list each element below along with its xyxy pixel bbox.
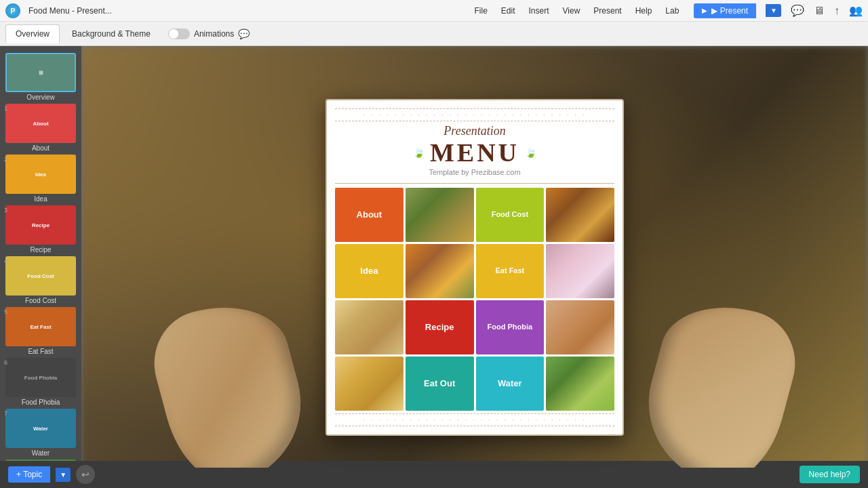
menu-divider <box>335 183 614 184</box>
slide-num-3: 3 <box>4 207 7 214</box>
bottombar: + Topic ▼ ↩ Need help? <box>0 461 868 488</box>
slide-num-1: 1 <box>4 105 7 112</box>
grid-recipe-label: Recipe <box>425 322 454 333</box>
grid-recipe[interactable]: Recipe <box>406 300 474 354</box>
grid-idea-label: Idea <box>360 266 378 277</box>
template-credit: Template by Prezibase.com <box>335 168 614 176</box>
thumb-preview-about: About <box>5 104 76 143</box>
toggle-knob <box>169 29 178 39</box>
secondary-toolbar: Overview Background & Theme Animations 💬 <box>0 22 868 46</box>
titlebar: P Food Menu - Present... File Edit Inser… <box>0 0 868 22</box>
canvas-area: · · · · · · · · · · · · · · · · · · · · … <box>81 46 868 488</box>
slide-thumb-2[interactable]: 2 Idea Idea <box>5 155 76 203</box>
tab-overview[interactable]: Overview <box>5 24 60 43</box>
menu-present[interactable]: Present <box>587 3 628 18</box>
present-screen-icon[interactable]: 🖥 <box>814 5 825 17</box>
app-title: Food Menu - Present... <box>28 6 459 16</box>
grid-foodphobia[interactable]: Food Phobia <box>476 300 545 354</box>
grid-photo-veggies <box>406 244 474 298</box>
animations-toggle-group: Animations 💬 <box>168 28 250 39</box>
grid-about[interactable]: About <box>335 188 403 242</box>
slide-panel: ⊞ Overview 1 About About 2 Idea Idea 3 R… <box>0 46 81 488</box>
menu-help[interactable]: Help <box>629 3 659 18</box>
users-icon[interactable]: 👥 <box>849 4 863 17</box>
animations-toggle[interactable] <box>168 28 190 39</box>
grid-photo-burger <box>546 188 614 242</box>
grid-idea[interactable]: Idea <box>335 244 403 298</box>
animations-comment-icon: 💬 <box>238 28 250 39</box>
menu-insert[interactable]: Insert <box>522 3 556 18</box>
grid-water-label: Water <box>498 378 522 389</box>
menu-view[interactable]: View <box>556 3 587 18</box>
grid-photo-plate <box>546 244 614 298</box>
slide-thumb-overview[interactable]: ⊞ Overview <box>5 53 76 101</box>
thumb-label-4: Food Cost <box>5 297 76 304</box>
grid-about-label: About <box>357 209 382 220</box>
menu-edit[interactable]: Edit <box>494 3 522 18</box>
thumb-label-7: Water <box>5 449 76 457</box>
grid-photo-cake <box>546 300 614 354</box>
thumb-preview-water: Water <box>5 409 76 448</box>
thumb-preview-overview: ⊞ <box>5 53 76 92</box>
slide-num-2: 2 <box>4 156 7 163</box>
thumb-preview-foodphobia: Food Phobia <box>5 358 76 397</box>
thumb-label-2: Idea <box>5 195 76 203</box>
app-logo: P <box>5 3 20 18</box>
slide-thumb-3[interactable]: 3 Recipe Recipe <box>5 205 76 253</box>
grid-eatout-label: Eat Out <box>424 378 455 389</box>
topbar-right: ▶ ▶ Present ▼ 💬 🖥 ↑ 👥 <box>694 3 863 18</box>
slide-thumb-5[interactable]: 5 Eat Fast Eat Fast <box>5 307 76 355</box>
menu-script-title: Presentation <box>335 124 614 138</box>
grid-eatout[interactable]: Eat Out <box>406 357 474 411</box>
main-layout: ⊞ Overview 1 About About 2 Idea Idea 3 R… <box>0 46 868 488</box>
card-border-top: · · · · · · · · · · · · · · · · · · · · … <box>335 108 614 121</box>
slide-thumb-4[interactable]: 4 Food Cost Food Cost <box>5 256 76 304</box>
grid-water[interactable]: Water <box>476 357 545 411</box>
grid-photo-croissant <box>335 357 403 411</box>
thumb-label-6: Food Phobia <box>5 399 76 406</box>
grid-foodphobia-label: Food Phobia <box>488 323 533 331</box>
slide-num-6: 6 <box>4 359 7 366</box>
deco-left: 🍃 <box>413 147 425 158</box>
slide-num-5: 5 <box>4 308 7 315</box>
grid-eatfast[interactable]: Eat Fast <box>476 244 545 298</box>
slide-thumb-1[interactable]: 1 About About <box>5 104 76 152</box>
add-topic-button[interactable]: + Topic <box>8 466 50 483</box>
share-icon[interactable]: ↑ <box>834 5 840 17</box>
animations-label: Animations <box>194 29 234 39</box>
slide-num-7: 7 <box>4 410 7 417</box>
thumb-label-overview: Overview <box>5 94 76 101</box>
present-button[interactable]: ▶ ▶ Present <box>694 3 756 18</box>
slide-thumb-6[interactable]: 6 Food Phobia Food Phobia <box>5 358 76 406</box>
slide-num-4: 4 <box>4 258 7 264</box>
tab-background-theme[interactable]: Background & Theme <box>62 25 160 43</box>
thumb-preview-idea: Idea <box>5 155 76 194</box>
grid-eatfast-label: Eat Fast <box>495 266 524 275</box>
menu-main-title: MENU <box>430 140 519 165</box>
thumb-label-3: Recipe <box>5 246 76 253</box>
thumb-label-5: Eat Fast <box>5 348 76 355</box>
grid-photo-salad <box>406 188 474 242</box>
menu-header: Presentation 🍃 MENU 🍃 Template by Prezib… <box>335 124 614 176</box>
card-border-bottom: · · · · · · · · · · · · · · · · · · · · … <box>335 413 614 426</box>
slide-thumb-7[interactable]: 7 Water Water <box>5 409 76 457</box>
present-btn-label: ▶ Present <box>711 6 748 16</box>
grid-foodcost[interactable]: Food Cost <box>476 188 545 242</box>
grid-photo-fish <box>335 300 403 354</box>
menu-grid: About Food Cost Idea Eat Fast <box>335 188 614 411</box>
thumb-preview-recipe: Recipe <box>5 205 76 245</box>
add-topic-dropdown[interactable]: ▼ <box>56 468 71 482</box>
thumb-label-1: About <box>5 144 76 152</box>
menu-bar: File Edit Insert View Present Help Lab <box>467 3 686 18</box>
comments-icon[interactable]: 💬 <box>791 4 804 17</box>
thumb-preview-eatfast: Eat Fast <box>5 307 76 346</box>
menu-file[interactable]: File <box>467 3 494 18</box>
thumb-preview-foodcost: Food Cost <box>5 256 76 296</box>
back-button[interactable]: ↩ <box>76 465 95 484</box>
menu-card[interactable]: · · · · · · · · · · · · · · · · · · · · … <box>326 99 624 436</box>
grid-photo-eggsalad <box>546 357 614 411</box>
menu-lab[interactable]: Lab <box>658 3 686 18</box>
help-button[interactable]: Need help? <box>800 466 860 483</box>
present-dropdown-arrow[interactable]: ▼ <box>766 4 781 17</box>
grid-foodcost-label: Food Cost <box>492 210 528 219</box>
